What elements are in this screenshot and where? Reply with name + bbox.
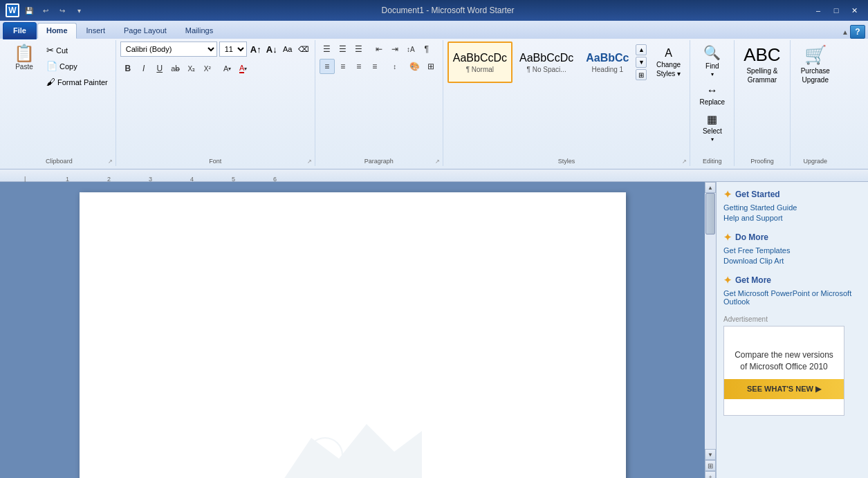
scroll-down-arrow[interactable]: ▼ — [705, 449, 716, 460]
tab-file[interactable]: File — [3, 22, 37, 39]
download-clip-art-link[interactable]: Download Clip Art — [723, 257, 861, 265]
italic-button[interactable]: I — [136, 61, 151, 76]
watermark: ⊞ — [284, 410, 422, 478]
change-styles-button[interactable]: A Change Styles ▾ — [651, 44, 685, 80]
clipboard-dialog-launcher[interactable]: ↗ — [108, 158, 113, 165]
font-dialog-launcher[interactable]: ↗ — [307, 158, 312, 165]
clipboard-content: 📋 Paste ✂ Cut 📄 Copy 🖌 Format Painter — [7, 42, 111, 155]
tab-insert[interactable]: Insert — [77, 23, 115, 39]
styles-scroll-down[interactable]: ▼ — [636, 57, 647, 68]
tab-mailings[interactable]: Mailings — [176, 23, 222, 39]
scroll-track[interactable] — [705, 193, 716, 449]
tab-page-layout[interactable]: Page Layout — [115, 23, 176, 39]
help-support-link[interactable]: Help and Support — [723, 214, 861, 222]
underline-button[interactable]: U — [152, 61, 167, 76]
clear-formatting-button[interactable]: ⌫ — [297, 42, 311, 56]
document-canvas[interactable]: ⊞ OceanofEXE — [0, 182, 705, 478]
font-color-dropdown[interactable]: ▾ — [244, 66, 247, 72]
font-color-button[interactable]: A ▾ — [236, 61, 251, 76]
numbering-button[interactable]: ☰ — [335, 42, 351, 57]
style-nospacing-preview: AaBbCcDc — [519, 52, 573, 64]
text-highlight-button[interactable]: A ▾ — [220, 61, 235, 76]
ad-text: Compare the new versions of Microsoft Of… — [724, 342, 844, 380]
purchase-upgrade-button[interactable]: 🛒 Purchase Upgrade — [795, 42, 836, 86]
find-label: Find — [705, 62, 719, 70]
border-button[interactable]: ⊞ — [423, 59, 438, 74]
copy-button[interactable]: 📄 Copy — [43, 59, 111, 73]
align-row: ≡ ≡ ≡ ≡ ↕ 🎨 ⊞ — [320, 59, 438, 74]
right-panel: ✦ Get Started Getting Started Guide Help… — [716, 182, 868, 478]
find-button[interactable]: 🔍 Find ▾ — [694, 42, 730, 80]
getting-started-guide-link[interactable]: Getting Started Guide — [723, 203, 861, 212]
ruler: | 1 2 3 4 5 6 — [0, 169, 868, 182]
strikethrough-button[interactable]: ab̶ — [168, 61, 183, 76]
highlight-dropdown[interactable]: ▾ — [228, 66, 231, 72]
do-more-label: Do More — [735, 232, 768, 242]
style-normal[interactable]: AaBbCcDc ¶ Normal — [447, 42, 513, 83]
qat-undo[interactable]: ↩ — [39, 3, 53, 17]
decrease-font-button[interactable]: A↓ — [265, 42, 279, 56]
increase-font-button[interactable]: A↑ — [249, 42, 263, 56]
paragraph-dialog-launcher[interactable]: ↗ — [435, 158, 440, 165]
ribbon-tabs-bar: File Home Insert Page Layout Mailings ▲ … — [0, 21, 868, 39]
bold-button[interactable]: B — [120, 61, 136, 76]
qat-save[interactable]: 💾 — [22, 3, 36, 17]
scroll-zoom-in[interactable]: + — [705, 471, 716, 478]
sort-button[interactable]: ↕A — [403, 42, 418, 57]
spelling-button[interactable]: ABC Spelling & Grammar — [739, 42, 785, 86]
scroll-up-arrow[interactable]: ▲ — [705, 182, 716, 193]
qat-dropdown[interactable]: ▾ — [72, 3, 86, 17]
styles-scroll-up[interactable]: ▲ — [636, 44, 647, 55]
justify-button[interactable]: ≡ — [367, 59, 382, 74]
get-free-templates-link[interactable]: Get Free Templates — [723, 246, 861, 255]
font-size-select[interactable]: 11 — [219, 42, 247, 57]
find-dropdown[interactable]: ▾ — [711, 71, 714, 77]
select-button[interactable]: ▦ Select ▾ — [694, 110, 730, 145]
get-started-title: ✦ Get Started — [723, 189, 861, 200]
style-no-spacing[interactable]: AaBbCcDc ¶ No Spaci... — [514, 42, 579, 83]
change-case-button[interactable]: Aa — [281, 42, 295, 56]
show-hide-button[interactable]: ¶ — [419, 42, 434, 57]
ad-banner-button[interactable]: SEE WHAT'S NEW ▶ — [724, 379, 844, 399]
help-button[interactable]: ? — [850, 25, 865, 39]
select-dropdown[interactable]: ▾ — [711, 136, 714, 143]
multilevel-list-button[interactable]: ☰ — [351, 42, 367, 57]
superscript-button[interactable]: X² — [200, 61, 215, 76]
maximize-button[interactable]: □ — [828, 4, 844, 17]
styles-dialog-launcher[interactable]: ↗ — [682, 158, 687, 165]
bullets-button[interactable]: ☰ — [320, 42, 335, 57]
qat-redo[interactable]: ↪ — [55, 3, 69, 17]
font-controls: Calibri (Body) 11 A↑ A↓ Aa ⌫ B I U ab̶ X… — [120, 42, 311, 86]
increase-indent-button[interactable]: ⇥ — [387, 42, 403, 57]
shading-button[interactable]: 🎨 — [407, 59, 423, 74]
line-spacing-button[interactable]: ↕ — [387, 59, 403, 74]
styles-expand[interactable]: ⊞ — [636, 69, 647, 80]
document-page[interactable]: ⊞ OceanofEXE — [80, 192, 626, 478]
minimize-button[interactable]: – — [810, 4, 827, 17]
get-powerpoint-outlook-link[interactable]: Get Microsoft PowerPoint or Microsoft Ou… — [723, 289, 861, 306]
style-heading1[interactable]: AaBbCc Heading 1 — [580, 42, 634, 83]
format-painter-button[interactable]: 🖌 Format Painter — [43, 75, 111, 89]
replace-button[interactable]: ↔ Replace — [694, 82, 730, 109]
upgrade-group-label: Upgrade — [791, 158, 840, 165]
font-name-select[interactable]: Calibri (Body) — [120, 42, 217, 57]
scroll-zoom-fit[interactable]: ⊞ — [705, 460, 716, 471]
expand-ribbon-icon[interactable]: ▲ — [842, 28, 849, 36]
vertical-scrollbar[interactable]: ▲ ▼ ⊞ + − — [705, 182, 716, 478]
align-center-button[interactable]: ≡ — [335, 59, 351, 74]
scroll-thumb[interactable] — [705, 193, 715, 235]
align-left-button[interactable]: ≡ — [320, 59, 335, 74]
paste-button[interactable]: 📋 Paste — [7, 42, 41, 89]
paragraph-group: ☰ ☰ ☰ ⇤ ⇥ ↕A ¶ ≡ ≡ ≡ ≡ ↕ 🎨 ⊞ Paragraph — [315, 40, 443, 166]
subscript-button[interactable]: X₂ — [184, 61, 199, 76]
align-right-button[interactable]: ≡ — [351, 59, 367, 74]
tab-home[interactable]: Home — [37, 23, 77, 39]
get-more-label: Get More — [735, 275, 771, 285]
clipboard-group: 📋 Paste ✂ Cut 📄 Copy 🖌 Format Painter — [3, 40, 116, 166]
close-button[interactable]: ✕ — [846, 4, 862, 17]
cut-button[interactable]: ✂ Cut — [43, 43, 111, 57]
ruler-mark: 4 — [190, 176, 194, 183]
decrease-indent-button[interactable]: ⇤ — [371, 42, 387, 57]
style-normal-preview: AaBbCcDc — [453, 52, 507, 64]
select-icon: ▦ — [707, 113, 717, 126]
